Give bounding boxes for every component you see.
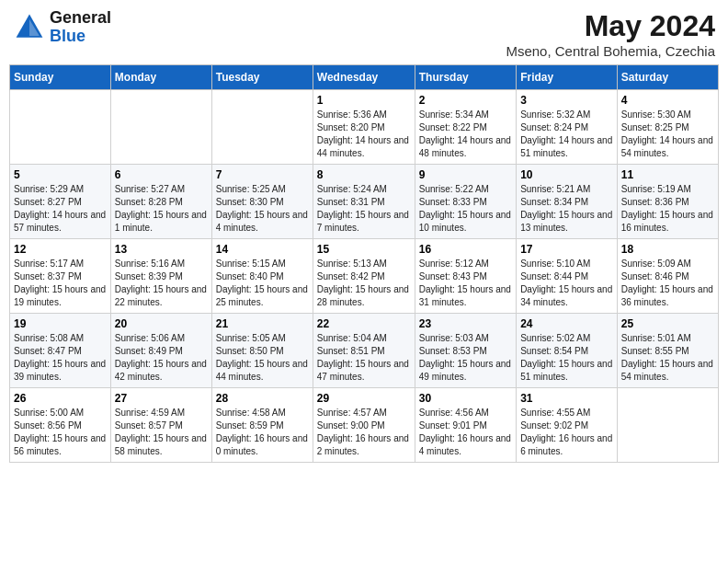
day-cell: 12Sunrise: 5:17 AMSunset: 8:37 PMDayligh… xyxy=(10,239,111,314)
day-cell: 5Sunrise: 5:29 AMSunset: 8:27 PMDaylight… xyxy=(10,165,111,239)
day-number: 10 xyxy=(520,168,613,181)
day-cell: 17Sunrise: 5:10 AMSunset: 8:44 PMDayligh… xyxy=(517,239,618,314)
day-cell: 27Sunrise: 4:59 AMSunset: 8:57 PMDayligh… xyxy=(110,388,211,463)
day-info: Sunrise: 5:10 AMSunset: 8:44 PMDaylight:… xyxy=(520,258,613,309)
day-cell: 23Sunrise: 5:03 AMSunset: 8:53 PMDayligh… xyxy=(415,314,516,388)
day-number: 7 xyxy=(216,168,309,181)
day-cell: 16Sunrise: 5:12 AMSunset: 8:43 PMDayligh… xyxy=(415,239,516,314)
logo-text: General Blue xyxy=(50,9,111,46)
day-info: Sunrise: 4:56 AMSunset: 9:01 PMDaylight:… xyxy=(419,407,512,458)
day-info: Sunrise: 5:09 AMSunset: 8:46 PMDaylight:… xyxy=(621,258,714,309)
day-cell: 22Sunrise: 5:04 AMSunset: 8:51 PMDayligh… xyxy=(313,314,415,388)
day-cell: 7Sunrise: 5:25 AMSunset: 8:30 PMDaylight… xyxy=(211,165,313,239)
weekday-header-sunday: Sunday xyxy=(10,65,111,90)
day-info: Sunrise: 5:24 AMSunset: 8:31 PMDaylight:… xyxy=(317,183,411,235)
day-info: Sunrise: 5:01 AMSunset: 8:55 PMDaylight:… xyxy=(621,332,714,384)
day-info: Sunrise: 5:27 AMSunset: 8:28 PMDaylight:… xyxy=(115,183,208,235)
day-info: Sunrise: 5:05 AMSunset: 8:50 PMDaylight:… xyxy=(216,332,309,384)
day-number: 8 xyxy=(317,168,411,181)
day-number: 21 xyxy=(216,317,309,330)
logo: General Blue xyxy=(13,9,111,46)
week-row-4: 19Sunrise: 5:08 AMSunset: 8:47 PMDayligh… xyxy=(10,314,719,388)
day-info: Sunrise: 5:02 AMSunset: 8:54 PMDaylight:… xyxy=(520,332,613,384)
day-number: 31 xyxy=(520,392,613,405)
day-info: Sunrise: 4:58 AMSunset: 8:59 PMDaylight:… xyxy=(216,407,309,458)
day-cell: 15Sunrise: 5:13 AMSunset: 8:42 PMDayligh… xyxy=(313,239,415,314)
day-number: 22 xyxy=(317,317,411,330)
day-number: 28 xyxy=(216,392,309,405)
day-cell: 3Sunrise: 5:32 AMSunset: 8:24 PMDaylight… xyxy=(517,90,618,165)
weekday-header-monday: Monday xyxy=(110,65,211,90)
weekday-header-friday: Friday xyxy=(517,65,618,90)
day-info: Sunrise: 4:57 AMSunset: 9:00 PMDaylight:… xyxy=(317,407,411,458)
day-cell: 10Sunrise: 5:21 AMSunset: 8:34 PMDayligh… xyxy=(517,165,618,239)
week-row-2: 5Sunrise: 5:29 AMSunset: 8:27 PMDaylight… xyxy=(10,165,719,239)
day-number: 1 xyxy=(317,94,411,107)
calendar: SundayMondayTuesdayWednesdayThursdayFrid… xyxy=(9,64,719,463)
day-number: 18 xyxy=(621,243,714,256)
day-number: 11 xyxy=(621,168,714,181)
day-cell: 28Sunrise: 4:58 AMSunset: 8:59 PMDayligh… xyxy=(211,388,313,463)
day-info: Sunrise: 5:30 AMSunset: 8:25 PMDaylight:… xyxy=(621,109,714,160)
day-cell: 25Sunrise: 5:01 AMSunset: 8:55 PMDayligh… xyxy=(617,314,718,388)
day-number: 30 xyxy=(419,392,512,405)
day-cell: 21Sunrise: 5:05 AMSunset: 8:50 PMDayligh… xyxy=(211,314,313,388)
day-number: 3 xyxy=(520,94,613,107)
day-info: Sunrise: 5:32 AMSunset: 8:24 PMDaylight:… xyxy=(520,109,613,160)
day-number: 9 xyxy=(419,168,512,181)
day-number: 23 xyxy=(419,317,512,330)
title-block: May 2024 Mseno, Central Bohemia, Czechia xyxy=(506,9,715,59)
day-info: Sunrise: 5:03 AMSunset: 8:53 PMDaylight:… xyxy=(419,332,512,384)
day-cell: 31Sunrise: 4:55 AMSunset: 9:02 PMDayligh… xyxy=(517,388,618,463)
day-info: Sunrise: 5:00 AMSunset: 8:56 PMDaylight:… xyxy=(14,407,107,458)
day-number: 16 xyxy=(419,243,512,256)
day-number: 27 xyxy=(115,392,208,405)
day-info: Sunrise: 5:04 AMSunset: 8:51 PMDaylight:… xyxy=(317,332,411,384)
day-cell: 9Sunrise: 5:22 AMSunset: 8:33 PMDaylight… xyxy=(415,165,516,239)
day-info: Sunrise: 5:29 AMSunset: 8:27 PMDaylight:… xyxy=(14,183,107,235)
day-cell: 2Sunrise: 5:34 AMSunset: 8:22 PMDaylight… xyxy=(415,90,516,165)
day-info: Sunrise: 5:34 AMSunset: 8:22 PMDaylight:… xyxy=(419,109,512,160)
day-info: Sunrise: 5:21 AMSunset: 8:34 PMDaylight:… xyxy=(520,183,613,235)
day-cell: 1Sunrise: 5:36 AMSunset: 8:20 PMDaylight… xyxy=(313,90,415,165)
day-cell xyxy=(617,388,718,463)
page-header: General Blue May 2024 Mseno, Central Boh… xyxy=(9,9,719,59)
day-info: Sunrise: 5:13 AMSunset: 8:42 PMDaylight:… xyxy=(317,258,411,309)
week-row-5: 26Sunrise: 5:00 AMSunset: 8:56 PMDayligh… xyxy=(10,388,719,463)
day-cell: 19Sunrise: 5:08 AMSunset: 8:47 PMDayligh… xyxy=(10,314,111,388)
day-cell: 26Sunrise: 5:00 AMSunset: 8:56 PMDayligh… xyxy=(10,388,111,463)
day-info: Sunrise: 4:59 AMSunset: 8:57 PMDaylight:… xyxy=(115,407,208,458)
day-cell: 30Sunrise: 4:56 AMSunset: 9:01 PMDayligh… xyxy=(415,388,516,463)
day-cell: 24Sunrise: 5:02 AMSunset: 8:54 PMDayligh… xyxy=(517,314,618,388)
day-cell xyxy=(211,90,313,165)
day-info: Sunrise: 5:08 AMSunset: 8:47 PMDaylight:… xyxy=(14,332,107,384)
weekday-header-row: SundayMondayTuesdayWednesdayThursdayFrid… xyxy=(10,65,719,90)
location: Mseno, Central Bohemia, Czechia xyxy=(506,43,715,59)
weekday-header-wednesday: Wednesday xyxy=(313,65,415,90)
day-info: Sunrise: 4:55 AMSunset: 9:02 PMDaylight:… xyxy=(520,407,613,458)
day-number: 20 xyxy=(115,317,208,330)
day-info: Sunrise: 5:16 AMSunset: 8:39 PMDaylight:… xyxy=(115,258,208,309)
week-row-1: 1Sunrise: 5:36 AMSunset: 8:20 PMDaylight… xyxy=(10,90,719,165)
weekday-header-saturday: Saturday xyxy=(617,65,718,90)
day-info: Sunrise: 5:22 AMSunset: 8:33 PMDaylight:… xyxy=(419,183,512,235)
day-number: 25 xyxy=(621,317,714,330)
day-cell: 8Sunrise: 5:24 AMSunset: 8:31 PMDaylight… xyxy=(313,165,415,239)
day-number: 4 xyxy=(621,94,714,107)
day-number: 2 xyxy=(419,94,512,107)
day-number: 5 xyxy=(14,168,107,181)
day-number: 14 xyxy=(216,243,309,256)
day-number: 24 xyxy=(520,317,613,330)
day-info: Sunrise: 5:36 AMSunset: 8:20 PMDaylight:… xyxy=(317,109,411,160)
day-info: Sunrise: 5:17 AMSunset: 8:37 PMDaylight:… xyxy=(14,258,107,309)
day-info: Sunrise: 5:25 AMSunset: 8:30 PMDaylight:… xyxy=(216,183,309,235)
day-cell: 11Sunrise: 5:19 AMSunset: 8:36 PMDayligh… xyxy=(617,165,718,239)
day-cell: 29Sunrise: 4:57 AMSunset: 9:00 PMDayligh… xyxy=(313,388,415,463)
day-cell: 18Sunrise: 5:09 AMSunset: 8:46 PMDayligh… xyxy=(617,239,718,314)
month-title: May 2024 xyxy=(506,9,715,43)
weekday-header-tuesday: Tuesday xyxy=(211,65,313,90)
day-number: 13 xyxy=(115,243,208,256)
day-cell: 13Sunrise: 5:16 AMSunset: 8:39 PMDayligh… xyxy=(110,239,211,314)
day-number: 19 xyxy=(14,317,107,330)
day-cell: 20Sunrise: 5:06 AMSunset: 8:49 PMDayligh… xyxy=(110,314,211,388)
